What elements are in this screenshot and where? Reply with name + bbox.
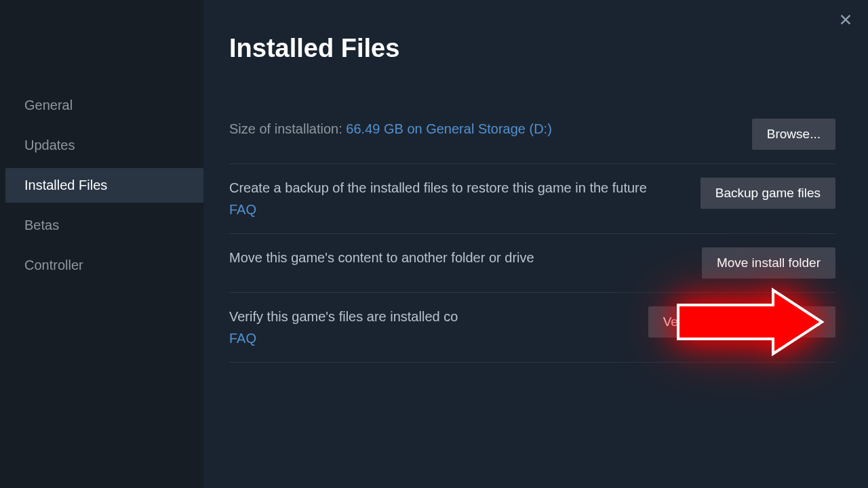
move-text: Move this game's content to another fold…	[229, 247, 702, 268]
sidebar-item-updates[interactable]: Updates	[0, 128, 203, 163]
verify-faq-link[interactable]: FAQ	[229, 328, 628, 348]
verify-button[interactable]: Verify integrity of game files	[648, 306, 835, 338]
size-text: Size of installation: 66.49 GB on Genera…	[229, 119, 752, 139]
row-size: Size of installation: 66.49 GB on Genera…	[229, 105, 835, 164]
browse-button[interactable]: Browse...	[752, 119, 835, 150]
sidebar-item-betas[interactable]: Betas	[0, 208, 203, 243]
main-panel: Installed Files Size of installation: 66…	[203, 0, 868, 488]
close-button[interactable]	[838, 12, 853, 30]
sidebar-item-installed-files[interactable]: Installed Files	[5, 168, 203, 203]
move-button[interactable]: Move install folder	[702, 247, 835, 279]
backup-button[interactable]: Backup game files	[701, 178, 835, 209]
page-title: Installed Files	[229, 34, 835, 63]
backup-faq-link[interactable]: FAQ	[229, 199, 680, 220]
row-move: Move this game's content to another fold…	[229, 234, 835, 293]
sidebar-item-controller[interactable]: Controller	[0, 248, 203, 283]
sidebar-item-general[interactable]: General	[0, 88, 203, 123]
row-backup: Create a backup of the installed files t…	[229, 164, 835, 234]
verify-text: Verify this game's files are installed c…	[229, 306, 648, 348]
sidebar: General Updates Installed Files Betas Co…	[0, 0, 203, 488]
row-verify: Verify this game's files are installed c…	[229, 293, 835, 363]
size-prefix: Size of installation:	[229, 121, 346, 136]
verify-description: Verify this game's files are installed c…	[229, 309, 458, 324]
backup-text: Create a backup of the installed files t…	[229, 178, 701, 220]
size-storage-link[interactable]: 66.49 GB on General Storage (D:)	[346, 121, 552, 136]
close-icon	[838, 12, 853, 27]
move-description: Move this game's content to another fold…	[229, 250, 534, 265]
backup-description: Create a backup of the installed files t…	[229, 180, 647, 195]
